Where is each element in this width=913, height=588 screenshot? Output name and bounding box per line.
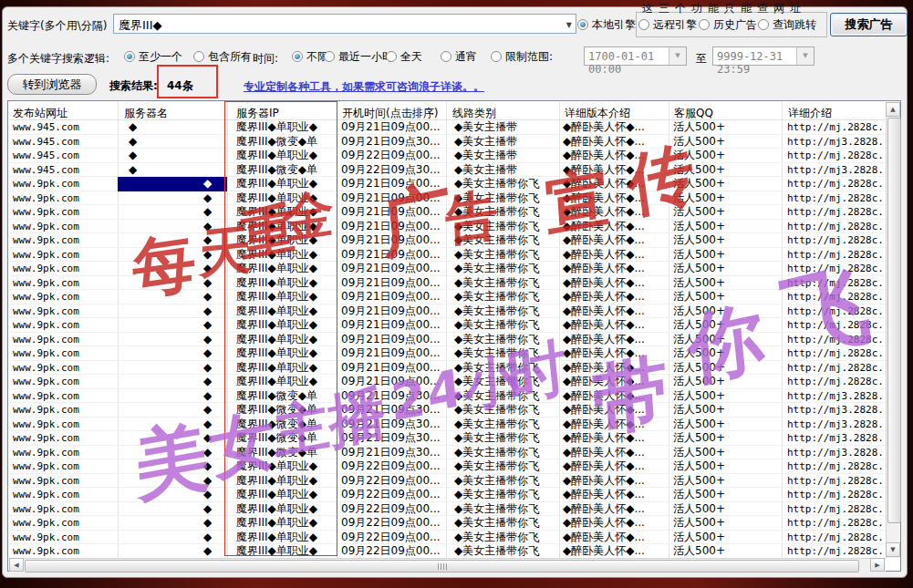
detail-url-cell: http://mj.2828c... <box>787 220 886 233</box>
table-row[interactable]: www.9pk.com◆魔界III◆单职业◆09月22日09点00...◆美女主… <box>9 516 886 531</box>
scroll-up-icon[interactable]: ▲ <box>886 102 900 117</box>
table-row[interactable]: www.9pk.com◆魔界III◆单职业◆09月21日09点00...◆美女主… <box>9 304 886 319</box>
server-ip-cell: 魔界III◆单职业◆ <box>236 333 317 346</box>
table-row[interactable]: www.9pk.com◆魔界III◆单职业◆09月21日09点00...◆美女主… <box>9 333 886 347</box>
server-name-diamond-icon: ◆ <box>203 375 212 388</box>
table-row[interactable]: www.9pk.com◆魔界III◆微变◆单09月21日09点30...◆美女主… <box>9 418 886 432</box>
search-ads-button[interactable]: 搜索广告 <box>830 13 908 36</box>
horizontal-scroll-thumb[interactable] <box>25 560 859 573</box>
scroll-left-icon[interactable]: ◀ <box>9 558 24 572</box>
table-row[interactable]: www.9pk.com◆魔界III◆单职业◆09月21日09点00...◆美女主… <box>9 375 886 389</box>
radio-contains-all[interactable]: 包含所有 <box>193 49 252 64</box>
date-to-field[interactable]: 9999-12-31 23:59 ▼ <box>712 46 814 66</box>
line-type-cell: ◆美女主播带你飞 <box>454 459 539 473</box>
table-row[interactable]: www.945.com◆魔界III◆微变◆单09月22日09点30...◆美女主… <box>9 163 886 178</box>
table-row[interactable]: www.9pk.com◆魔界III◆单职业◆09月22日09点00...◆美女主… <box>9 531 886 545</box>
table-row[interactable]: www.9pk.com◆魔界III◆单职业◆09月21日09点00...◆美女主… <box>9 276 886 291</box>
radio-last-hour[interactable]: 最近一小时 <box>324 49 393 64</box>
table-row[interactable]: www.945.com◆魔界III◆微变◆单09月21日09点30...◆美女主… <box>9 135 886 150</box>
open-time-cell: 09月21日09点00... <box>341 346 441 360</box>
table-row[interactable]: www.9pk.com◆魔界III◆单职业◆09月21日09点00...◆美女主… <box>9 262 886 276</box>
open-time-cell: 09月21日09点00... <box>341 120 441 134</box>
table-row[interactable]: www.9pk.com◆魔界III◆单职业◆09月22日09点00...◆美女主… <box>9 544 886 558</box>
line-type-cell: ◆美女主播带你飞 <box>454 233 539 247</box>
vertical-scroll-thumb[interactable] <box>887 118 901 523</box>
table-row[interactable]: www.9pk.com◆魔界III◆单职业◆09月22日09点00...◆美女主… <box>9 502 886 517</box>
time-label: 时间: <box>253 51 278 67</box>
server-ip-cell: 魔界III◆单职业◆ <box>236 304 317 318</box>
horizontal-scrollbar[interactable]: ◀ ▶ <box>9 558 886 572</box>
table-row[interactable]: www.9pk.com◆魔界III◆单职业◆09月21日09点00...◆美女主… <box>9 205 886 220</box>
table-row[interactable]: www.9pk.com◆魔界III◆微变◆单09月21日09点30...◆美女主… <box>9 389 886 404</box>
table-row[interactable]: www.9pk.com◆魔界III◆单职业◆09月22日09点00...◆美女主… <box>9 459 886 474</box>
radio-overnight[interactable]: 通宵 <box>441 49 477 64</box>
site-url-cell: www.9pk.com <box>13 276 79 290</box>
table-row[interactable]: www.9pk.com◆魔界III◆微变◆单09月21日09点30...◆美女主… <box>9 403 886 418</box>
table-row[interactable]: www.9pk.com◆魔界III◆单职业◆09月22日09点00...◆美女主… <box>9 474 886 489</box>
table-row[interactable]: www.9pk.com◆魔界III◆单职业◆09月21日09点00...◆美女主… <box>9 346 886 361</box>
version-intro-cell: ◆醉卧美人怀◆... <box>563 403 645 417</box>
site-url-cell: www.9pk.com <box>13 431 79 445</box>
server-name-diamond-icon: ◆ <box>203 346 212 360</box>
open-in-browser-button[interactable]: 转到浏览器 <box>7 74 97 95</box>
table-row[interactable]: www.9pk.com◆魔界III◆单职业◆09月21日09点00...◆美女主… <box>9 177 886 191</box>
vertical-scrollbar[interactable]: ▲ ▼ <box>886 102 900 558</box>
open-time-cell: 09月21日09点00... <box>341 304 441 318</box>
radio-button-icon[interactable] <box>292 51 303 62</box>
radio-unlimited[interactable]: 不限 <box>292 49 328 64</box>
date-from-field[interactable]: 1700-01-01 00:00 ▼ <box>584 46 687 66</box>
radio-button-icon[interactable] <box>638 19 649 30</box>
radio-button-icon[interactable] <box>699 19 710 30</box>
calendar-dropdown-icon[interactable]: ▼ <box>669 47 686 65</box>
radio-button-icon[interactable] <box>386 51 397 62</box>
open-time-cell: 09月22日09点00... <box>341 459 441 473</box>
service-qq-cell: 活人500+ <box>673 149 725 162</box>
table-row[interactable]: www.9pk.com◆魔界III◆单职业◆09月21日09点00...◆美女主… <box>9 318 886 333</box>
site-url-cell: www.9pk.com <box>13 361 79 375</box>
table-row[interactable]: www.945.com◆魔界III◆单职业◆09月21日09点00...◆美女主… <box>9 120 886 135</box>
line-type-cell: ◆美女主播带你飞 <box>454 403 539 417</box>
radio-query-redirect[interactable]: 查询跳转 <box>758 17 816 32</box>
calendar-dropdown-icon[interactable]: ▼ <box>796 47 814 65</box>
promo-link[interactable]: 专业定制各种工具，如果需求可咨询浪子详谈。。 <box>244 79 484 95</box>
radio-button-icon[interactable] <box>491 51 502 62</box>
radio-limit-range[interactable]: 限制范围: <box>491 49 553 64</box>
radio-remote-engine[interactable]: 远程引擎 <box>638 17 697 32</box>
site-url-cell: www.945.com <box>13 163 79 177</box>
radio-history-ads[interactable]: 历史广告 <box>699 17 757 32</box>
keyword-input[interactable]: 魔界III◆ ▼ <box>113 14 576 34</box>
detail-url-cell: http://mj.2828c... <box>787 346 886 360</box>
radio-all-day[interactable]: 全天 <box>386 49 422 64</box>
table-row[interactable]: www.9pk.com◆魔界III◆微变◆单09月21日09点30...◆美女主… <box>9 431 886 446</box>
table-row[interactable]: www.9pk.com◆魔界III◆单职业◆09月21日09点00...◆美女主… <box>9 361 886 376</box>
radio-at-least-one[interactable]: 至少一个 <box>124 49 182 64</box>
open-time-cell: 09月21日09点30... <box>341 418 441 431</box>
server-ip-cell: 魔界III◆微变◆单 <box>236 163 317 177</box>
desktop-background: 关键字(多个用\分隔) 魔界III◆ ▼ 这三个功能只能查网址 本地引擎 远程引… <box>0 0 913 588</box>
table-row[interactable]: www.9pk.com◆魔界III◆单职业◆09月21日09点00...◆美女主… <box>9 220 886 234</box>
table-row[interactable]: www.9pk.com◆魔界III◆微变◆单09月21日09点30...◆美女主… <box>9 446 886 460</box>
line-type-cell: ◆美女主播带你飞 <box>454 248 539 262</box>
site-url-cell: www.9pk.com <box>13 177 79 191</box>
open-time-cell: 09月21日09点00... <box>341 318 441 332</box>
line-type-cell: ◆美女主播带你飞 <box>454 333 539 346</box>
open-time-cell: 09月22日09点00... <box>341 516 441 530</box>
radio-local-engine[interactable]: 本地引擎 <box>577 17 636 32</box>
radio-button-icon[interactable] <box>441 51 451 62</box>
table-row[interactable]: www.9pk.com◆魔界III◆单职业◆09月21日09点00...◆美女主… <box>9 233 886 248</box>
radio-button-icon[interactable] <box>124 51 135 62</box>
table-row[interactable]: www.9pk.com◆魔界III◆单职业◆09月22日09点00...◆美女主… <box>9 488 886 502</box>
server-ip-cell: 魔界III◆单职业◆ <box>236 149 317 162</box>
radio-button-icon[interactable] <box>758 19 769 30</box>
table-row[interactable]: www.9pk.com◆魔界III◆单职业◆09月21日09点00...◆美女主… <box>9 290 886 304</box>
table-row[interactable]: www.945.com◆魔界III◆单职业◆09月22日09点00...◆美女主… <box>9 149 886 163</box>
chevron-down-icon[interactable]: ▼ <box>566 21 572 29</box>
table-row[interactable]: www.9pk.com◆魔界III◆单职业◆09月21日09点00...◆美女主… <box>9 248 886 263</box>
radio-button-icon[interactable] <box>577 19 588 30</box>
radio-button-icon[interactable] <box>193 51 204 62</box>
radio-button-icon[interactable] <box>324 51 335 62</box>
table-row[interactable]: www.9pk.com◆魔界III◆单职业◆09月21日09点00...◆美女主… <box>9 191 886 206</box>
scroll-right-icon[interactable]: ▶ <box>870 558 885 572</box>
scroll-down-icon[interactable]: ▼ <box>886 542 900 557</box>
detail-url-cell: http://mj.2828c... <box>787 361 886 375</box>
